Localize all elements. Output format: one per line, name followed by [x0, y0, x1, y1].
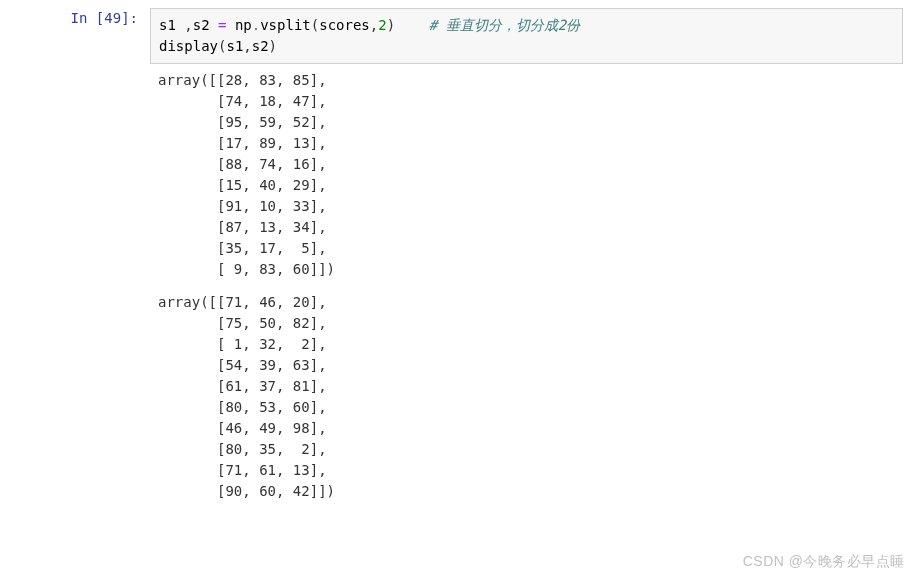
code-comment: # 垂直切分，切分成2份 [429, 17, 580, 33]
rparen-token: ) [387, 17, 395, 33]
dot-token: . [252, 17, 260, 33]
code-input-area[interactable]: s1 ,s2 = np.vsplit(scores,2) # 垂直切分，切分成2… [150, 8, 903, 64]
variable-s1: s1 [159, 17, 184, 33]
num-literal: 2 [378, 17, 386, 33]
arg-scores: scores [319, 17, 370, 33]
func-vsplit: vsplit [260, 17, 311, 33]
spacer [395, 17, 429, 33]
output-array-1: array([[28, 83, 85], [74, 18, 47], [95, … [150, 64, 903, 286]
assign-operator: = [218, 17, 235, 33]
output-cell-1: array([[28, 83, 85], [74, 18, 47], [95, … [0, 64, 923, 286]
variable-s2: s2 [193, 17, 218, 33]
output-array-2: array([[71, 46, 20], [75, 50, 82], [ 1, … [150, 286, 903, 508]
rparen-token: ) [269, 38, 277, 54]
code-line-1: s1 ,s2 = np.vsplit(scores,2) # 垂直切分，切分成2… [159, 15, 894, 36]
input-prompt: In [49]: [0, 8, 150, 29]
arg-s1: s1 [226, 38, 243, 54]
code-line-2: display(s1,s2) [159, 36, 894, 57]
module-np: np [235, 17, 252, 33]
arg-s2: s2 [252, 38, 269, 54]
prompt-in-label: In [71, 10, 96, 26]
input-cell: In [49]: s1 ,s2 = np.vsplit(scores,2) # … [0, 8, 923, 64]
func-display: display [159, 38, 218, 54]
comma-token: , [243, 38, 251, 54]
comma-token: , [184, 17, 192, 33]
prompt-exec-count: [49]: [96, 10, 138, 26]
comma-token: , [370, 17, 378, 33]
output-cell-2: array([[71, 46, 20], [75, 50, 82], [ 1, … [0, 286, 923, 508]
lparen-token: ( [311, 17, 319, 33]
